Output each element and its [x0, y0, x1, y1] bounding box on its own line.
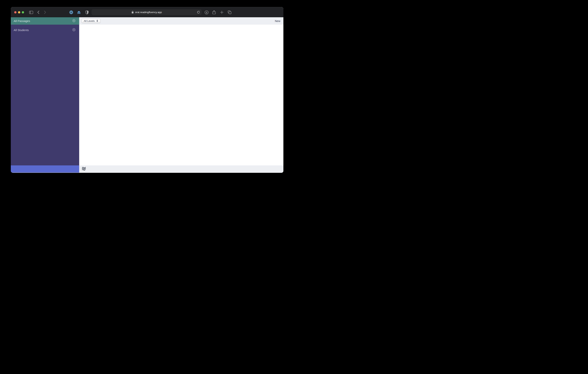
- main-toolbar: All Levels New: [79, 17, 284, 25]
- level-filter-value: All Levels: [84, 20, 95, 22]
- app-body: All Passages All Students: [11, 17, 284, 173]
- select-stepper-icon: [96, 20, 98, 22]
- main-panel: All Levels New: [79, 17, 284, 173]
- downloads-icon[interactable]: [205, 7, 209, 17]
- url-text: oral.readingfluency.app: [135, 11, 162, 14]
- browser-window: oral.readingfluency.app: [11, 7, 284, 173]
- minimize-window-button[interactable]: [18, 11, 20, 13]
- sidebar-footer-bar: [11, 165, 79, 173]
- level-filter-select[interactable]: All Levels: [82, 19, 100, 23]
- traffic-lights: [14, 11, 24, 13]
- screen: oral.readingfluency.app: [0, 0, 294, 187]
- sidebar-item-label: All Students: [14, 28, 29, 32]
- passage-list-empty-area: [79, 25, 284, 165]
- back-icon[interactable]: [37, 7, 40, 17]
- lock-icon: [131, 11, 134, 14]
- add-student-icon[interactable]: [72, 28, 75, 32]
- add-passage-icon[interactable]: [72, 19, 75, 23]
- sidebar-item-label: All Passages: [14, 19, 30, 22]
- octopus-extension-icon[interactable]: [77, 7, 81, 17]
- close-window-button[interactable]: [14, 11, 16, 13]
- onepassword-extension-icon[interactable]: [69, 7, 73, 17]
- forward-icon[interactable]: [43, 7, 46, 17]
- sidebar-toggle-icon[interactable]: [29, 7, 33, 17]
- sidebar: All Passages All Students: [11, 17, 79, 173]
- browser-chrome: oral.readingfluency.app: [11, 7, 284, 17]
- address-bar[interactable]: oral.readingfluency.app: [92, 9, 202, 15]
- bottom-toolbar: [79, 165, 284, 173]
- sidebar-item-all-passages[interactable]: All Passages: [11, 17, 79, 25]
- share-icon[interactable]: [212, 7, 216, 17]
- zoom-window-button[interactable]: [22, 11, 24, 13]
- shield-extension-icon[interactable]: [85, 7, 89, 17]
- reload-icon[interactable]: [197, 11, 200, 15]
- new-button[interactable]: New: [275, 20, 280, 22]
- sidebar-item-all-students[interactable]: All Students: [11, 26, 79, 34]
- new-tab-icon[interactable]: [220, 7, 223, 17]
- tab-overview-icon[interactable]: [228, 7, 231, 17]
- waves-icon[interactable]: [82, 167, 86, 171]
